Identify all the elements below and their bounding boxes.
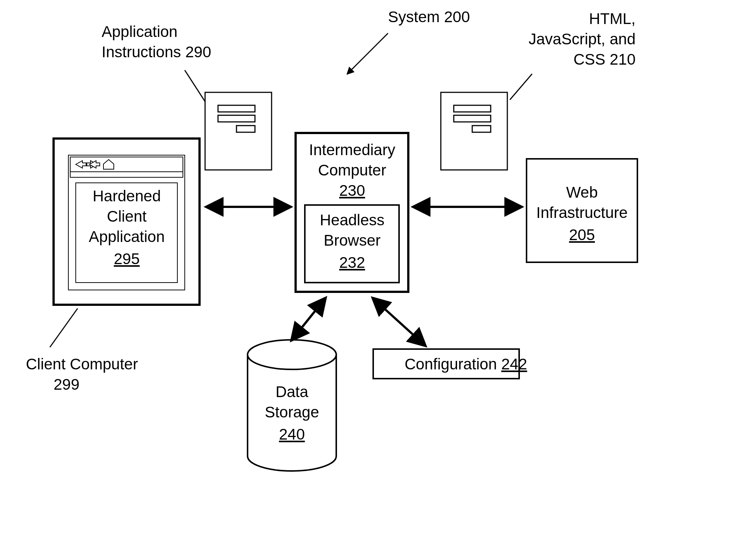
svg-text:HTML,: HTML, <box>589 10 636 27</box>
svg-text:232: 232 <box>339 254 365 271</box>
svg-text:Headless: Headless <box>320 211 384 229</box>
configuration-box: Configuration 242 <box>373 349 527 379</box>
client-computer-label: Client Computer 299 <box>26 308 138 393</box>
svg-text:Client: Client <box>107 208 147 225</box>
svg-line-49 <box>373 298 425 345</box>
svg-text:JavaScript, and: JavaScript, and <box>529 30 636 48</box>
svg-text:CSS 210: CSS 210 <box>573 51 636 68</box>
headless-browser-box: Headless Browser 232 <box>305 205 399 283</box>
svg-text:Client Computer: Client Computer <box>26 355 138 373</box>
system-label: System 200 <box>347 8 470 74</box>
svg-rect-7 <box>218 115 255 122</box>
data-storage-cylinder: Data Storage 240 <box>248 340 336 471</box>
svg-rect-14 <box>454 105 491 112</box>
web-infrastructure-box: Web Infrastructure 205 <box>527 159 637 262</box>
intermediary-computer-box: Intermediary Computer 230 Headless Brows… <box>296 133 408 292</box>
svg-text:Web: Web <box>566 184 598 201</box>
svg-rect-15 <box>454 115 491 122</box>
svg-text:Hardened: Hardened <box>93 187 161 205</box>
configuration-text: Configuration 242 <box>405 355 527 373</box>
svg-text:Instructions 290: Instructions 290 <box>102 43 211 61</box>
svg-text:Intermediary: Intermediary <box>309 141 395 158</box>
svg-line-4 <box>185 70 205 102</box>
connector-intermediary-config <box>373 298 425 345</box>
svg-text:240: 240 <box>279 426 305 443</box>
client-computer-box: Hardened Client Application 295 <box>54 139 200 305</box>
svg-line-26 <box>50 308 78 347</box>
app-instructions-doc-icon <box>205 92 272 170</box>
svg-text:299: 299 <box>54 376 79 393</box>
html-doc-icon <box>441 92 507 170</box>
app-instructions-label: Application Instructions 290 <box>102 23 211 102</box>
svg-text:Computer: Computer <box>318 161 386 179</box>
svg-rect-20 <box>70 172 183 177</box>
svg-rect-8 <box>236 126 255 132</box>
svg-rect-16 <box>472 126 491 132</box>
html-js-css-label: HTML, JavaScript, and CSS 210 <box>510 10 636 100</box>
connector-intermediary-storage <box>292 298 325 340</box>
svg-text:205: 205 <box>569 226 595 243</box>
svg-text:System 200: System 200 <box>388 8 470 25</box>
svg-text:230: 230 <box>339 182 365 199</box>
svg-text:Infrastructure: Infrastructure <box>536 204 627 221</box>
svg-text:295: 295 <box>114 250 140 267</box>
svg-text:Application: Application <box>89 228 164 245</box>
svg-text:Browser: Browser <box>324 232 381 249</box>
svg-text:Data: Data <box>276 383 309 400</box>
svg-line-1 <box>347 33 388 74</box>
svg-text:Storage: Storage <box>265 403 319 421</box>
svg-rect-6 <box>218 105 255 112</box>
svg-point-41 <box>248 340 336 369</box>
svg-text:Application: Application <box>102 23 177 40</box>
svg-line-12 <box>510 74 532 100</box>
svg-line-48 <box>292 298 325 340</box>
